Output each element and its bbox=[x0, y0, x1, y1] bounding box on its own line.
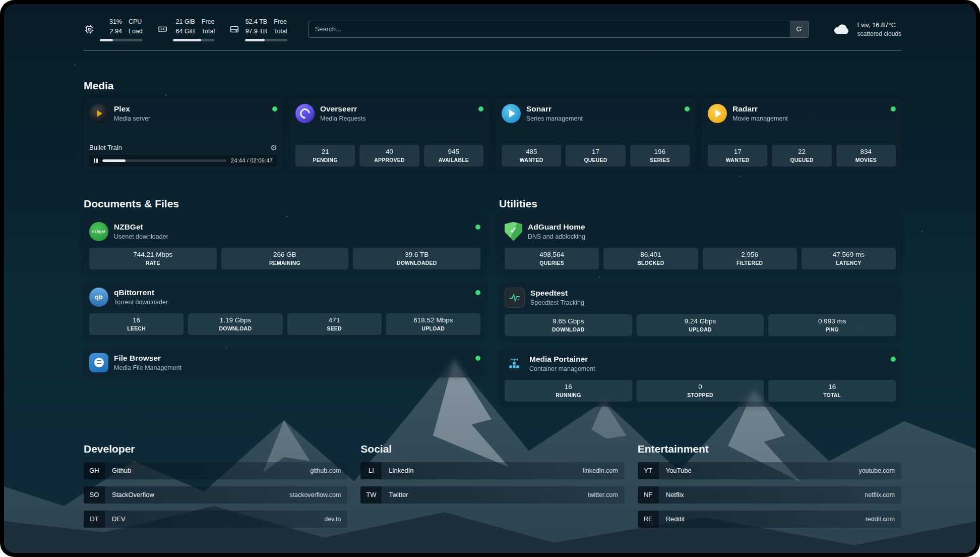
filebrowser-subtitle: Media File Management bbox=[114, 364, 181, 371]
stat-label: AVAILABLE bbox=[426, 157, 481, 163]
sonarr-name: Sonarr bbox=[526, 104, 583, 114]
plex-link[interactable]: Plex Media server bbox=[89, 104, 277, 123]
card-sonarr: Sonarr Series management 485 WANTED 17 Q… bbox=[496, 99, 695, 172]
stat-value: 471 bbox=[289, 316, 380, 324]
stat-label: LATENCY bbox=[804, 260, 894, 266]
stat-label: MOVIES bbox=[838, 157, 894, 163]
bookmark-url: github.com bbox=[310, 467, 341, 474]
stat-running: 16 RUNNING bbox=[505, 380, 632, 402]
media-card-grid: Plex Media server Bullet Train ⚙ bbox=[84, 99, 901, 172]
overseerr-name: Overseerr bbox=[320, 104, 365, 114]
bookmark-dev[interactable]: DT DEV dev.to bbox=[84, 511, 347, 528]
stat-ping: 0.993 ms PING bbox=[768, 314, 896, 336]
ram-total: 64 GiB bbox=[173, 27, 195, 36]
sonarr-titles: Sonarr Series management bbox=[526, 104, 583, 122]
social-section-title: Social bbox=[360, 443, 624, 455]
bookmarks-section: Developer GH Github github.com SO StackO… bbox=[84, 443, 901, 535]
stat-seed: 471 SEED bbox=[287, 313, 382, 335]
cpu-progress-bar bbox=[100, 39, 143, 41]
top-bar: 31% 2.94 CPU Load bbox=[84, 17, 901, 41]
nzbget-subtitle: Usenet downloader bbox=[114, 233, 168, 240]
stat-label: RUNNING bbox=[507, 392, 630, 398]
header-divider bbox=[84, 50, 901, 50]
overseerr-icon bbox=[295, 104, 315, 123]
nzbget-link[interactable]: nzbget NZBGet Usenet downloader bbox=[89, 222, 480, 241]
bookmark-name: YouTube bbox=[666, 467, 692, 474]
adguard-link[interactable]: ✓ AdGuard Home DNS and adblocking bbox=[505, 222, 896, 241]
sonarr-stats: 485 WANTED 17 QUEUED 196 SERIES bbox=[502, 145, 690, 166]
stat-value: 16 bbox=[91, 316, 181, 324]
utilities-section-title: Utilities bbox=[499, 198, 901, 210]
disk-total: 97.9 TB bbox=[245, 27, 267, 36]
bookmark-url: netflix.com bbox=[865, 491, 895, 498]
nzbget-stats: 744.21 Mbps RATE 266 GB REMAINING 39.6 T… bbox=[89, 248, 480, 269]
adguard-stats: 498,564 QUERIES 86,401 BLOCKED 2,956 FIL… bbox=[505, 248, 896, 269]
disk-readout: 52.4 TB 97.9 TB Free Total bbox=[245, 17, 287, 41]
radarr-status-dot bbox=[891, 106, 896, 112]
section-utilities: Utilities ✓ AdGuard Home DNS and adblock… bbox=[499, 198, 901, 415]
filebrowser-link[interactable]: File Browser Media File Management bbox=[89, 353, 480, 372]
radarr-link[interactable]: Radarr Movie management bbox=[708, 104, 896, 123]
pause-icon[interactable] bbox=[94, 158, 98, 163]
search-input[interactable] bbox=[309, 21, 790, 37]
disk-free-label: Free bbox=[274, 17, 287, 27]
stat-label: LEECH bbox=[91, 325, 181, 331]
plex-icon bbox=[89, 104, 108, 123]
bookmark-netflix[interactable]: NF Netflix netflix.com bbox=[638, 486, 901, 504]
weather-text: Lviv, 16.87°C scattered clouds bbox=[858, 21, 901, 37]
playback-time: 24:44 / 02:06:47 bbox=[231, 157, 273, 163]
cpu-readout: 31% 2.94 CPU Load bbox=[100, 17, 143, 41]
sonarr-link[interactable]: Sonarr Series management bbox=[502, 104, 690, 123]
portainer-stats: 16 RUNNING 0 STOPPED 16 TOTAL bbox=[505, 380, 896, 402]
adguard-subtitle: DNS and adblocking bbox=[528, 233, 585, 240]
stat-label: QUEUED bbox=[774, 157, 829, 163]
stat-value: 196 bbox=[632, 148, 688, 155]
bookmark-twitter[interactable]: TW Twitter twitter.com bbox=[360, 486, 624, 504]
stat-label: DOWNLOAD bbox=[507, 326, 630, 332]
stat-downloaded: 39.6 TB DOWNLOADED bbox=[353, 248, 480, 269]
stat-upload: 618.52 Mbps UPLOAD bbox=[386, 313, 480, 335]
portainer-crane-icon bbox=[505, 354, 524, 373]
stat-value: 266 GB bbox=[223, 251, 347, 258]
qbittorrent-link[interactable]: qb qBittorrent Torrent downloader bbox=[89, 288, 480, 307]
qbittorrent-stats: 16 LEECH 1.19 Gbps DOWNLOAD 471 SEED 6 bbox=[89, 313, 480, 335]
search-bar: G bbox=[309, 21, 809, 38]
stat-value: 834 bbox=[838, 148, 894, 155]
stat-filtered: 2,956 FILTERED bbox=[703, 248, 797, 269]
stat-download: 1.19 Gbps DOWNLOAD bbox=[188, 313, 282, 335]
stat-label: QUEUED bbox=[568, 157, 623, 163]
stat-available: 945 AVAILABLE bbox=[424, 145, 483, 166]
bookmark-url: dev.to bbox=[324, 516, 341, 523]
system-metrics: 31% 2.94 CPU Load bbox=[84, 17, 287, 41]
filebrowser-name: File Browser bbox=[114, 354, 181, 363]
stat-label: RATE bbox=[91, 260, 215, 266]
qbittorrent-status-dot bbox=[475, 290, 480, 295]
radarr-subtitle: Movie management bbox=[732, 115, 788, 122]
stat-value: 2,956 bbox=[705, 251, 795, 258]
stat-value: 744.21 Mbps bbox=[91, 251, 215, 258]
playback-progress-bar[interactable] bbox=[102, 159, 226, 162]
stat-download: 9.65 Gbps DOWNLOAD bbox=[505, 314, 632, 336]
bookmark-url: twitter.com bbox=[588, 491, 618, 498]
bookmark-github[interactable]: GH Github github.com bbox=[84, 462, 347, 479]
stat-movies: 834 MOVIES bbox=[836, 145, 896, 166]
stat-blocked: 86,401 BLOCKED bbox=[603, 248, 698, 269]
bookmark-youtube[interactable]: YT YouTube youtube.com bbox=[638, 462, 901, 479]
portainer-titles: Media Portainer Container management bbox=[529, 355, 595, 372]
bookmark-linkedin[interactable]: LI LinkedIn linkedin.com bbox=[360, 462, 624, 479]
bookmark-abbr: SO bbox=[84, 486, 105, 504]
gear-icon[interactable]: ⚙ bbox=[271, 144, 277, 151]
filebrowser-icon bbox=[89, 353, 108, 372]
search-provider-button[interactable]: G bbox=[790, 21, 808, 37]
bookmark-reddit[interactable]: RE Reddit reddit.com bbox=[638, 511, 901, 528]
sonarr-status-dot bbox=[685, 106, 690, 112]
bookmark-name: Netflix bbox=[666, 491, 684, 498]
stat-value: 21 bbox=[297, 148, 353, 155]
portainer-link[interactable]: Media Portainer Container management bbox=[505, 354, 896, 373]
sonarr-subtitle: Series management bbox=[526, 115, 583, 122]
bookmark-stackoverflow[interactable]: SO StackOverflow stackoverflow.com bbox=[84, 486, 347, 504]
overseerr-link[interactable]: Overseerr Media Requests bbox=[295, 104, 483, 123]
media-section-title: Media bbox=[84, 80, 901, 92]
speedtest-link[interactable]: Speedtest Speedtest Tracking bbox=[505, 288, 896, 308]
stat-value: 22 bbox=[774, 148, 829, 155]
